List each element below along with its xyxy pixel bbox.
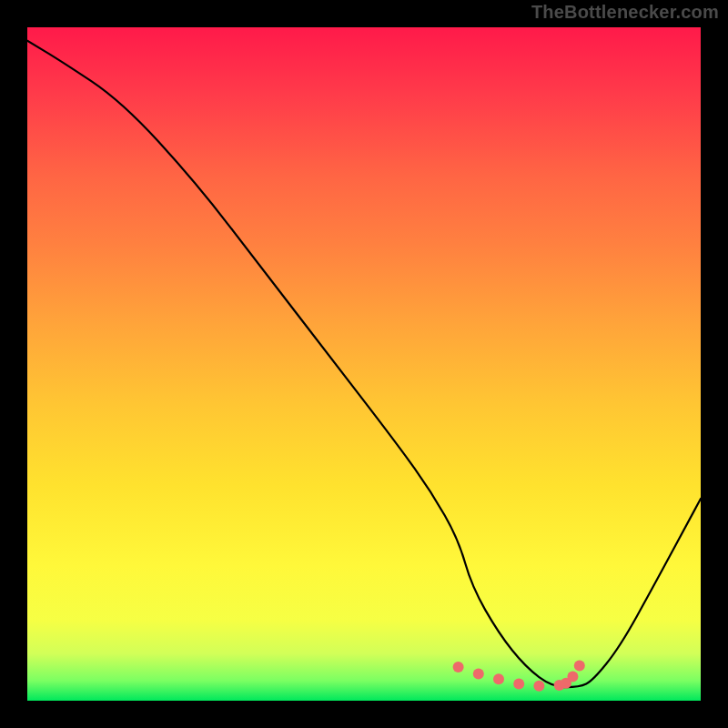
marker-dot <box>453 662 464 672</box>
marker-dot <box>574 661 585 672</box>
plot-frame <box>27 27 701 701</box>
marker-dot <box>513 679 524 690</box>
attribution-text: TheBottlenecker.com <box>531 2 719 23</box>
curve-layer <box>27 27 701 701</box>
marker-dot <box>473 668 484 679</box>
marker-dot <box>533 681 544 692</box>
marker-dot <box>493 673 504 684</box>
chart-container: TheBottlenecker.com <box>0 0 728 728</box>
optimal-window-markers <box>453 661 585 692</box>
bottleneck-curve <box>27 41 701 687</box>
marker-dot <box>567 671 578 682</box>
